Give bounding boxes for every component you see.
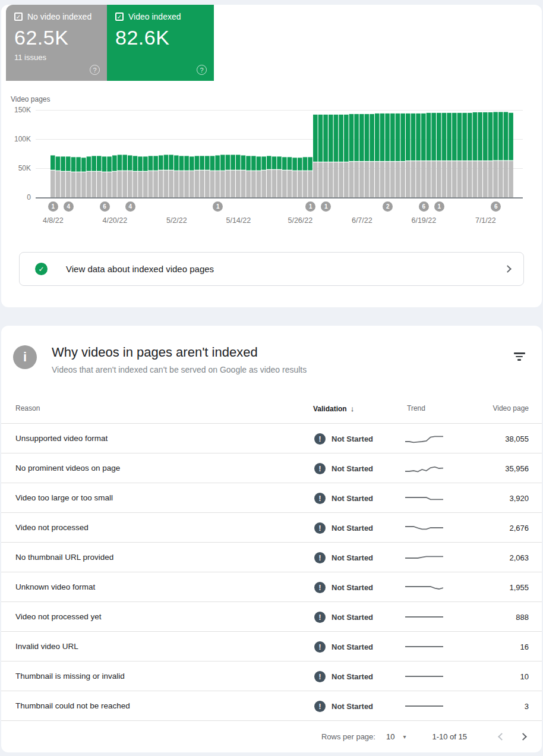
x-axis-date: 7/1/22 xyxy=(465,216,506,225)
reason-text: Unsupported video format xyxy=(15,434,108,443)
table-row[interactable]: Invalid video URL!Not Started16 xyxy=(1,631,542,661)
summary-cards: ✓ No video indexed 62.5K 11 issues ? ✓ V… xyxy=(6,5,214,81)
y-tick-100k: 100K xyxy=(1,134,31,144)
video-pages-chart: Video pages 150K 100K 50K 0 14641112616 … xyxy=(1,94,543,242)
table-body: Unsupported video format!Not Started38,0… xyxy=(1,423,542,720)
section-title: Why videos in pages aren't indexed xyxy=(52,345,258,360)
stacked-bars xyxy=(36,110,523,197)
chevron-right-icon xyxy=(519,733,527,741)
trend-sparkline xyxy=(405,670,443,683)
issue-badge[interactable]: 6 xyxy=(491,201,501,212)
trend-sparkline xyxy=(405,640,443,653)
video-page-count: 10 xyxy=(520,672,529,681)
validation-status: Not Started xyxy=(332,494,373,503)
reason-text: Video not processed xyxy=(15,523,89,532)
indexed-checkbox[interactable]: ✓ xyxy=(115,12,124,21)
banner-label: View data about indexed video pages xyxy=(66,264,214,274)
table-row[interactable]: Thumbnail is missing or invalid!Not Star… xyxy=(1,661,542,691)
trend-sparkline xyxy=(405,610,443,623)
table-row[interactable]: Video too large or too small!Not Started… xyxy=(1,483,542,512)
table-row[interactable]: No prominent videos on page!Not Started3… xyxy=(1,453,542,483)
reason-text: Thumbnail is missing or invalid xyxy=(15,672,125,681)
video-page-count: 3,920 xyxy=(509,494,529,503)
chevron-right-icon xyxy=(504,265,512,273)
not-indexed-value: 62.5K xyxy=(14,26,99,49)
filter-icon[interactable] xyxy=(512,351,526,364)
not-indexed-checkbox[interactable]: ✓ xyxy=(14,12,23,21)
reasons-card: i Why videos in pages aren't indexed Vid… xyxy=(1,326,542,752)
help-icon[interactable]: ? xyxy=(197,65,207,75)
table-row[interactable]: Unknown video format!Not Started1,955 xyxy=(1,572,542,601)
video-page-count: 16 xyxy=(520,642,529,651)
not-indexed-label: No video indexed xyxy=(27,12,91,21)
validation-status: Not Started xyxy=(332,553,373,562)
validation-status: Not Started xyxy=(332,702,373,711)
reason-text: Thumbnail could not be reached xyxy=(15,701,130,710)
trend-sparkline xyxy=(405,551,443,564)
help-icon[interactable]: ? xyxy=(90,65,100,75)
validation-warning-icon: ! xyxy=(314,612,326,623)
trend-sparkline xyxy=(405,581,443,594)
validation-warning-icon: ! xyxy=(314,522,326,534)
validation-warning-icon: ! xyxy=(314,582,326,593)
validation-status: Not Started xyxy=(332,613,373,622)
indexed-label: Video indexed xyxy=(128,12,181,21)
table-row[interactable]: Video not processed!Not Started2,676 xyxy=(1,512,542,542)
validation-status: Not Started xyxy=(332,642,373,651)
reason-text: No thumbnail URL provided xyxy=(15,553,113,562)
table-row[interactable]: Thumbnail could not be reached!Not Start… xyxy=(1,691,542,720)
x-axis-date: 6/7/22 xyxy=(341,216,383,225)
validation-status: Not Started xyxy=(332,583,373,592)
issue-badge[interactable]: 4 xyxy=(125,201,135,212)
table-row[interactable]: Video not processed yet!Not Started888 xyxy=(1,601,542,631)
table-row[interactable]: Unsupported video format!Not Started38,0… xyxy=(1,423,542,453)
video-page-count: 38,055 xyxy=(505,434,529,443)
summary-card-indexed[interactable]: ✓ Video indexed 82.6K ? xyxy=(107,5,214,81)
sort-descending-icon: ↓ xyxy=(351,404,355,413)
table-header-row: Reason Validation↓ Trend Video page xyxy=(1,399,542,423)
issue-badge[interactable]: 6 xyxy=(419,201,429,212)
validation-warning-icon: ! xyxy=(314,641,326,653)
validation-status: Not Started xyxy=(332,464,373,473)
issues-count: 11 issues xyxy=(14,53,99,62)
x-axis-line xyxy=(36,197,523,199)
table-footer: Rows per page: 10 ▾ 1-10 of 15 xyxy=(1,720,542,752)
indexed-value: 82.6K xyxy=(115,26,206,49)
info-icon: i xyxy=(13,345,37,369)
reason-text: Video too large or too small xyxy=(15,493,113,502)
validation-status: Not Started xyxy=(332,672,373,681)
rows-per-page-select[interactable]: 10 ▾ xyxy=(386,732,406,741)
next-page-button[interactable] xyxy=(512,726,533,748)
issue-badge[interactable]: 4 xyxy=(64,201,74,212)
summary-card-not-indexed[interactable]: ✓ No video indexed 62.5K 11 issues ? xyxy=(6,5,107,81)
validation-warning-icon: ! xyxy=(314,552,326,563)
column-header-reason[interactable]: Reason xyxy=(15,404,40,412)
chart-y-axis-title: Video pages xyxy=(11,95,50,103)
previous-page-button[interactable] xyxy=(491,726,512,748)
indexing-overview-card: ✓ No video indexed 62.5K 11 issues ? ✓ V… xyxy=(1,5,542,307)
issue-badge[interactable]: 2 xyxy=(383,201,393,212)
view-indexed-data-link[interactable]: ✓ View data about indexed video pages xyxy=(19,252,524,286)
video-page-count: 888 xyxy=(516,613,529,622)
x-axis-date: 4/8/22 xyxy=(32,216,74,225)
column-header-video-page[interactable]: Video page xyxy=(493,404,529,412)
column-header-validation[interactable]: Validation↓ xyxy=(313,404,354,413)
issue-badge[interactable]: 1 xyxy=(48,201,58,212)
reason-text: No prominent videos on page xyxy=(15,464,120,472)
issue-badge[interactable]: 1 xyxy=(213,201,223,212)
validation-warning-icon: ! xyxy=(314,463,326,474)
check-circle-icon: ✓ xyxy=(35,263,48,275)
issue-badge[interactable]: 1 xyxy=(305,201,315,212)
reason-text: Invalid video URL xyxy=(15,642,78,651)
trend-sparkline xyxy=(405,432,443,445)
column-header-trend[interactable]: Trend xyxy=(407,404,425,412)
issue-badge[interactable]: 1 xyxy=(434,201,444,212)
validation-warning-icon: ! xyxy=(314,671,326,682)
validation-warning-icon: ! xyxy=(314,701,326,712)
reason-text: Video not processed yet xyxy=(15,612,102,621)
issue-badge[interactable]: 6 xyxy=(100,201,110,212)
rows-per-page-label: Rows per page: xyxy=(321,732,375,741)
issue-badge[interactable]: 1 xyxy=(321,201,331,212)
table-row[interactable]: No thumbnail URL provided!Not Started2,0… xyxy=(1,542,542,572)
y-tick-0: 0 xyxy=(1,193,31,202)
